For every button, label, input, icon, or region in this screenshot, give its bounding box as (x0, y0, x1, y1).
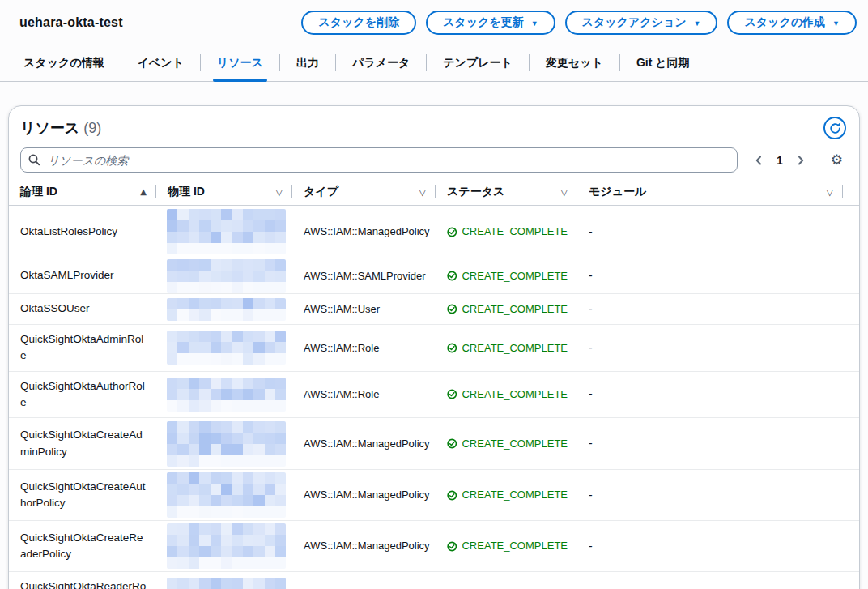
column-label: ステータス (447, 185, 504, 199)
status-cell: CREATE_COMPLETE (436, 531, 577, 561)
stack-actions-button[interactable]: スタックアクション▼ (565, 11, 718, 35)
table-row: QuickSightOktaAuthorRoleAWS::IAM::RoleCR… (9, 372, 859, 419)
status-success-icon (447, 270, 457, 282)
physical-id-cell (156, 578, 292, 589)
gear-icon: ⚙ (831, 152, 843, 168)
tab-divider (121, 54, 121, 71)
resources-panel-header: リソース (9) (9, 106, 859, 144)
table-body: OktaListRolesPolicyAWS::IAM::ManagedPoli… (9, 206, 859, 589)
module-cell: - (577, 379, 843, 409)
status-label: CREATE_COMPLETE (462, 340, 568, 356)
type-cell: AWS::IAM::User (292, 295, 436, 324)
pagination: 1 ⚙ (749, 150, 846, 171)
status-label: CREATE_COMPLETE (462, 436, 568, 452)
column-header-logical-id[interactable]: 論理 ID▲ (9, 181, 156, 205)
create-stack-button[interactable]: スタックの作成▼ (727, 11, 857, 35)
physical-id-redacted (167, 209, 286, 254)
type-cell: AWS::IAM::ManagedPolicy (292, 429, 436, 459)
physical-id-redacted (167, 298, 286, 321)
header-spacer (843, 181, 859, 205)
module-cell: - (577, 580, 843, 589)
filter-icon[interactable]: ▽ (276, 188, 283, 197)
previous-page-button[interactable] (749, 152, 768, 169)
table-row: QuickSightOktaCreateAdminPolicyAWS::IAM:… (9, 418, 859, 470)
logical-id-cell: OktaSSOUser (9, 294, 156, 323)
tab-events[interactable]: イベント (134, 47, 188, 81)
table-row: QuickSightOktaAdminRoleAWS::IAM::RoleCRE… (9, 325, 859, 372)
physical-id-cell (156, 472, 292, 518)
refresh-button[interactable] (823, 117, 846, 139)
physical-id-redacted (167, 331, 286, 365)
tab-parameters[interactable]: パラメータ (348, 47, 414, 81)
page-title: uehara-okta-test (19, 15, 123, 30)
status-label: CREATE_COMPLETE (462, 487, 568, 503)
button-label: スタックアクション (582, 15, 687, 30)
cloudformation-stack-page: uehara-okta-test スタックを削除スタックを更新▼スタックアクショ… (0, 0, 868, 589)
status-success-icon (447, 226, 457, 238)
caret-down-icon: ▼ (531, 20, 538, 28)
logical-id-cell: OktaListRolesPolicy (9, 217, 156, 246)
status-success-icon (447, 489, 457, 502)
status-label: CREATE_COMPLETE (462, 386, 568, 403)
resource-count: (9) (83, 120, 101, 136)
button-label: スタックの作成 (744, 15, 825, 30)
search-input[interactable] (20, 147, 738, 173)
module-cell: - (577, 531, 843, 561)
search-field (20, 147, 738, 173)
preferences-gear-button[interactable]: ⚙ (828, 152, 846, 169)
column-header-type[interactable]: タイプ▽ (292, 181, 436, 205)
stack-tabs: スタックの情報イベントリソース出力パラメータテンプレート変更セットGit と同期 (0, 47, 868, 82)
tab-git-sync[interactable]: Git と同期 (632, 47, 694, 81)
column-header-physical-id[interactable]: 物理 ID▽ (156, 181, 292, 205)
refresh-icon (829, 122, 841, 134)
column-label: 論理 ID (20, 185, 57, 199)
physical-id-redacted (167, 378, 286, 412)
logical-id-cell: QuickSightOktaCreateAuthorPolicy (9, 472, 156, 519)
column-label: モジュール (589, 185, 646, 199)
tab-template[interactable]: テンプレート (439, 47, 517, 81)
physical-id-redacted (167, 472, 286, 518)
tab-resources[interactable]: リソース (213, 47, 267, 81)
status-success-icon (447, 342, 457, 354)
column-header-module[interactable]: モジュール▽ (577, 181, 843, 205)
sort-ascending-icon[interactable]: ▲ (140, 188, 147, 196)
delete-stack-button[interactable]: スタックを削除 (301, 11, 416, 35)
logical-id-cell: QuickSightOktaAdminRole (9, 325, 156, 371)
module-cell: - (577, 294, 843, 324)
tab-outputs[interactable]: 出力 (292, 47, 323, 81)
physical-id-cell (156, 331, 292, 365)
physical-id-cell (156, 523, 292, 569)
filter-icon[interactable]: ▽ (827, 188, 833, 197)
filter-icon[interactable]: ▽ (561, 188, 568, 197)
status-cell: CREATE_COMPLETE (436, 262, 577, 291)
resources-table: 論理 ID▲物理 ID▽タイプ▽ステータス▽モジュール▽ OktaListRol… (9, 181, 859, 589)
status-cell: CREATE_COMPLETE (436, 334, 577, 363)
logical-id-cell: QuickSightOktaAuthorRole (9, 372, 156, 418)
tab-stack-info[interactable]: スタックの情報 (19, 47, 108, 81)
status-success-icon (447, 540, 457, 553)
next-page-button[interactable] (791, 152, 811, 169)
stack-header: uehara-okta-test スタックを削除スタックを更新▼スタックアクショ… (0, 0, 868, 44)
table-row: QuickSightOktaReaderRoleAWS::IAM::RoleCR… (9, 572, 859, 589)
button-label: スタックを更新 (443, 15, 524, 30)
tab-divider (529, 54, 530, 71)
logical-id-cell: QuickSightOktaCreateReaderPolicy (9, 523, 156, 570)
module-cell: - (577, 480, 843, 510)
current-page[interactable]: 1 (772, 154, 788, 167)
status-label: CREATE_COMPLETE (462, 301, 568, 318)
stack-action-buttons: スタックを削除スタックを更新▼スタックアクション▼スタックの作成▼ (301, 11, 857, 35)
module-cell: - (577, 333, 843, 363)
tab-divider (619, 54, 620, 71)
column-header-status[interactable]: ステータス▽ (436, 181, 577, 205)
tab-change-sets[interactable]: 変更セット (542, 47, 607, 81)
table-header-row: 論理 ID▲物理 ID▽タイプ▽ステータス▽モジュール▽ (9, 181, 859, 206)
physical-id-cell (156, 378, 292, 412)
table-row: OktaListRolesPolicyAWS::IAM::ManagedPoli… (9, 206, 859, 258)
filter-icon[interactable]: ▽ (419, 188, 426, 197)
type-cell: AWS::IAM::Role (292, 380, 436, 409)
physical-id-redacted (167, 523, 286, 569)
column-label: 物理 ID (168, 185, 205, 199)
table-row: QuickSightOktaCreateReaderPolicyAWS::IAM… (9, 521, 859, 572)
update-stack-button[interactable]: スタックを更新▼ (426, 11, 555, 35)
physical-id-cell (156, 298, 292, 321)
